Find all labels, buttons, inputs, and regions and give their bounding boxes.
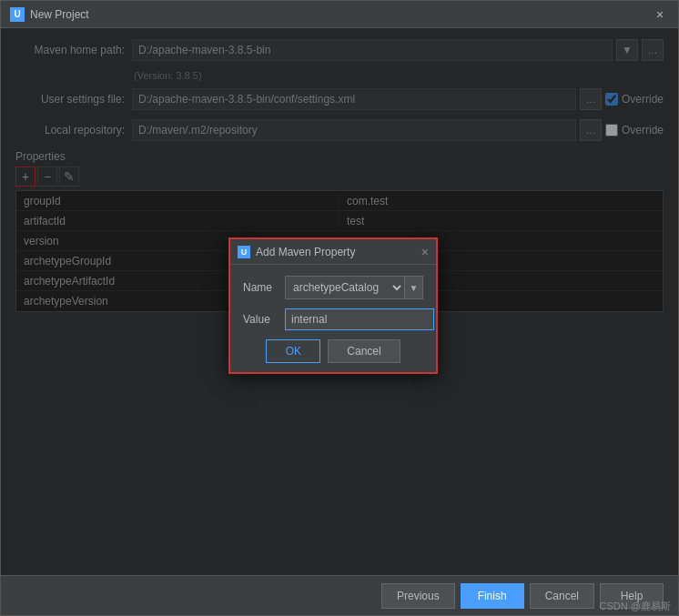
modal-content: Name archetypeCatalog ▼ Value [230, 265, 436, 372]
modal-value-label: Value [243, 313, 279, 326]
content-area: Maven home path: ▼ … (Version: 3.8.5) Us… [1, 28, 678, 575]
title-bar-left: U New Project [10, 7, 89, 22]
modal-app-icon: U [238, 246, 250, 258]
modal-name-label: Name [243, 281, 279, 294]
modal-title-text: Add Maven Property [256, 246, 355, 258]
modal-cancel-button[interactable]: Cancel [328, 339, 400, 363]
modal-close-button[interactable]: × [421, 245, 429, 259]
finish-button[interactable]: Finish [461, 583, 524, 609]
modal-overlay: U Add Maven Property × Name archetypeCat… [1, 28, 678, 575]
previous-button[interactable]: Previous [381, 583, 455, 609]
bottom-bar: Previous Finish Cancel Help [1, 575, 678, 615]
modal-title-left: U Add Maven Property [238, 246, 355, 258]
app-icon: U [10, 7, 25, 22]
modal-name-dropdown-icon[interactable]: ▼ [404, 277, 422, 298]
watermark: CSDN @鹿易斯 [600, 600, 671, 613]
modal-value-input[interactable] [285, 308, 434, 330]
modal-name-row: Name archetypeCatalog ▼ [243, 276, 423, 299]
modal-name-select[interactable]: archetypeCatalog [286, 277, 404, 298]
modal-value-row: Value [243, 308, 423, 330]
window-close-button[interactable]: × [651, 5, 669, 24]
modal-buttons: OK Cancel [243, 339, 423, 363]
title-bar: U New Project × [1, 1, 678, 28]
add-maven-property-dialog: U Add Maven Property × Name archetypeCat… [228, 237, 438, 374]
window-title: New Project [30, 8, 89, 21]
cancel-button[interactable]: Cancel [530, 583, 594, 609]
modal-title-bar: U Add Maven Property × [230, 239, 436, 265]
main-window: U New Project × Maven home path: ▼ … (Ve… [0, 0, 679, 616]
modal-name-select-wrap: archetypeCatalog ▼ [285, 276, 423, 299]
modal-ok-button[interactable]: OK [266, 339, 320, 363]
